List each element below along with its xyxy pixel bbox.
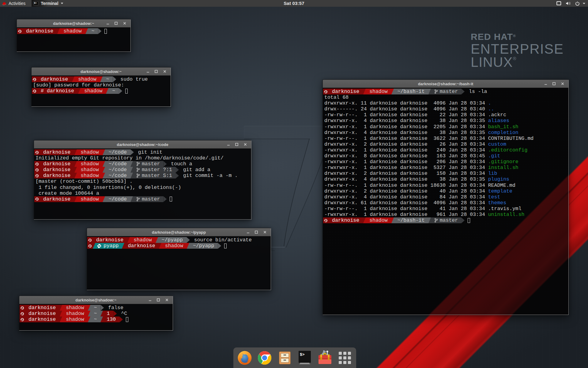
svg-text:$>: $> xyxy=(300,352,305,357)
svg-text:$>: $> xyxy=(34,2,36,4)
